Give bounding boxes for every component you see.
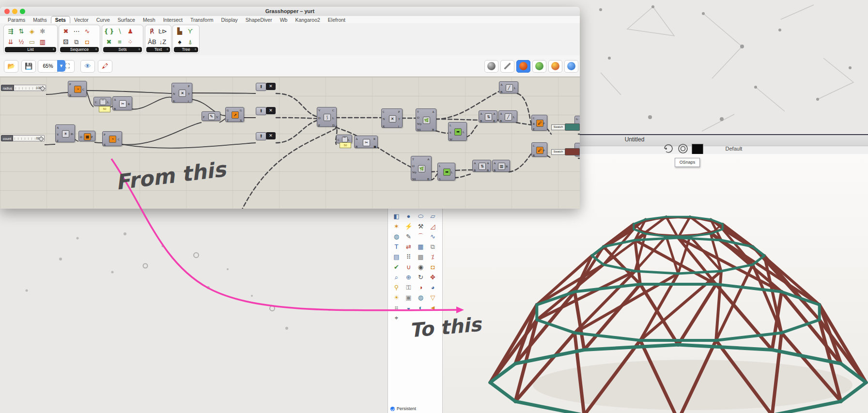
pink-arrow [0,0,868,413]
screen: { "gh_window": { "title": "Grasshopper –… [0,0,868,413]
